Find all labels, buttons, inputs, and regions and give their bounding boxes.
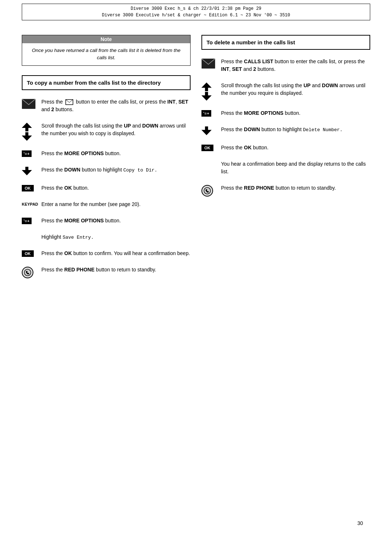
more-options-icon-2: '≡+ [22, 218, 32, 224]
left-step-7: '≡+ Press the MORE OPTIONS button. [22, 217, 191, 225]
keypad-label: KEYPAD [22, 201, 38, 206]
right-step-5-text: Press the OK button. [221, 144, 370, 152]
left-step-10-text: Press the RED PHONE button to return to … [41, 266, 191, 274]
right-step-3: '≡+ Press the MORE OPTIONS button. [201, 109, 370, 117]
page-header: Diverse 3000 Exec h_s & ch 22/3/01 2:38 … [22, 4, 370, 20]
right-step-6-text: You hear a confirmation beep and the dis… [221, 160, 370, 175]
left-column: Note Once you have returned a call from … [22, 35, 191, 281]
envelope-icon-right1 [201, 58, 217, 69]
left-step-8-text: Highlight Save Entry. [41, 233, 191, 241]
right-step-7: Press the RED PHONE button to return to … [201, 184, 370, 197]
left-step-10: Press the RED PHONE button to return to … [22, 266, 191, 278]
main-content: Note Once you have returned a call from … [22, 35, 370, 281]
ok-icon-right5: OK [201, 144, 217, 151]
arrows-icon-left2 [22, 122, 38, 141]
right-step-2: Scroll through the calls list using the … [201, 82, 370, 101]
page-number: 30 [357, 520, 363, 526]
keypad-icon-left6: KEYPAD [22, 201, 38, 206]
right-step-6: You hear a confirmation beep and the dis… [201, 160, 370, 175]
more-options-icon: '≡+ [22, 150, 32, 157]
left-step-3: '≡+ Press the MORE OPTIONS button. [22, 150, 191, 157]
right-column: To delete a number in the calls list Pre… [201, 35, 370, 281]
left-step-5-text: Press the OK button. [41, 184, 191, 192]
left-step-6-text: Enter a name for the number (see page 20… [41, 201, 191, 208]
left-step-6: KEYPAD Enter a name for the number (see … [22, 201, 191, 208]
more-icon-left3: '≡+ [22, 150, 38, 157]
down-arrow-icon-2 [22, 167, 32, 175]
red-phone-button-icon [22, 267, 33, 278]
more-icon-left7: '≡+ [22, 217, 38, 224]
right-step-2-text: Scroll through the calls list using the … [221, 82, 370, 97]
left-step-8: Highlight Save Entry. [22, 233, 191, 241]
up-arrow-icon [22, 123, 32, 132]
down-icon-left4 [22, 166, 38, 175]
ok-icon-left5: OK [22, 184, 38, 191]
left-step-4-text: Press the DOWN button to highlight Copy … [41, 166, 191, 174]
left-step-1-text: Press the button to enter the calls list… [41, 98, 191, 113]
left-step-4: Press the DOWN button to highlight Copy … [22, 166, 191, 175]
spacer-right6 [201, 160, 217, 161]
red-phone-button-icon-r7 [201, 185, 213, 197]
envelope-icon-left1 [22, 98, 38, 109]
right-step-3-text: Press the MORE OPTIONS button. [221, 109, 370, 117]
more-icon-right3: '≡+ [201, 109, 217, 117]
down-icon-right4 [201, 126, 217, 135]
right-step-4: Press the DOWN button to highlight Delet… [201, 126, 370, 135]
left-step-7-text: Press the MORE OPTIONS button. [41, 217, 191, 225]
right-section-heading: To delete a number in the calls list [201, 35, 370, 50]
right-step-5: OK Press the OK button. [201, 144, 370, 152]
right-step-1: Press the CALLS LIST button to enter the… [201, 58, 370, 73]
page-container: Diverse 3000 Exec h_s & ch 22/3/01 2:38 … [0, 4, 392, 537]
right-step-1-text: Press the CALLS LIST button to enter the… [221, 58, 370, 73]
up-arrow-icon-r2 [201, 82, 212, 91]
note-title: Note [22, 35, 190, 43]
left-step-2: Scroll through the calls list using the … [22, 122, 191, 141]
left-step-9-text: Press the OK button to confirm. You will… [41, 250, 191, 257]
right-step-7-text: Press the RED PHONE button to return to … [221, 184, 370, 192]
note-box: Note Once you have returned a call from … [22, 35, 191, 66]
down-arrow-icon-r2 [201, 92, 212, 101]
ok-icon-left9: OK [22, 250, 38, 257]
note-body: Once you have returned a call from the c… [22, 43, 190, 65]
svg-point-2 [24, 269, 31, 276]
left-step-1: Press the button to enter the calls list… [22, 98, 191, 113]
spacer-left8 [22, 233, 38, 234]
left-step-2-text: Scroll through the calls list using the … [41, 122, 191, 137]
more-options-icon-r3: '≡+ [201, 110, 211, 117]
arrows-icon-right2 [201, 82, 217, 101]
header-line1: Diverse 3000 Exec h_s & ch 22/3/01 2:38 … [26, 5, 366, 12]
down-arrow-icon [22, 132, 32, 141]
ok-button-icon-r5: OK [201, 145, 213, 151]
left-step-9: OK Press the OK button to confirm. You w… [22, 250, 191, 257]
left-step-3-text: Press the MORE OPTIONS button. [41, 150, 191, 157]
red-phone-icon-left10 [22, 266, 38, 278]
red-phone-icon-right7 [201, 184, 217, 197]
right-step-4-text: Press the DOWN button to highlight Delet… [221, 126, 370, 134]
left-section-heading: To copy a number from the calls list to … [22, 75, 191, 90]
header-line2: Diverse 3000 Executive h/set & charger ~… [26, 12, 366, 19]
left-step-5: OK Press the OK button. [22, 184, 191, 192]
down-arrow-icon-r4 [201, 126, 212, 135]
svg-point-4 [204, 187, 211, 194]
ok-button-icon: OK [22, 185, 34, 191]
ok-button-icon-2: OK [22, 250, 34, 257]
